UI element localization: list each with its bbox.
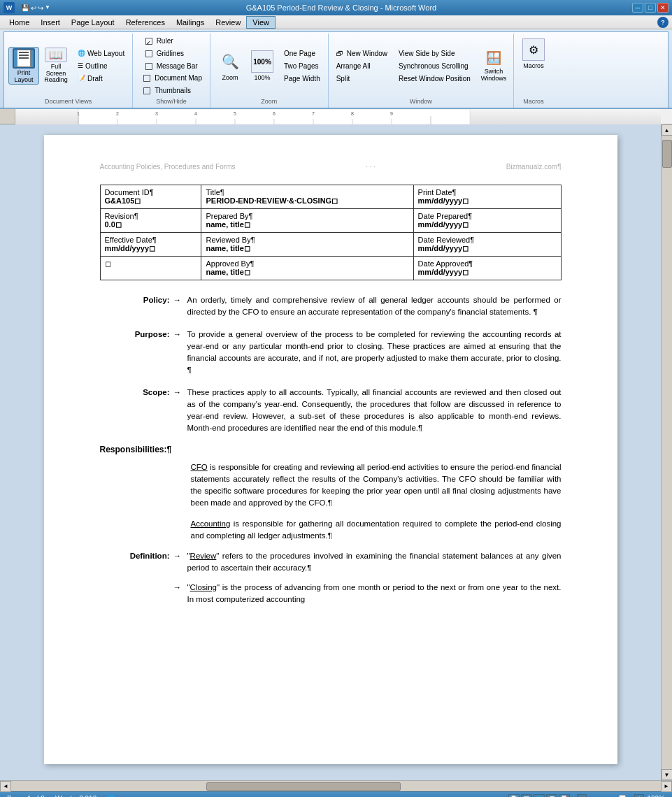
save-quick-btn[interactable]: 💾 xyxy=(21,4,29,12)
svg-text:8: 8 xyxy=(351,111,354,116)
date-prepared-value: mm/dd/yyyy◻ xyxy=(418,220,557,229)
svg-text:7: 7 xyxy=(312,111,315,116)
ribbon-group-window: 🗗New Window Arrange All Split View Side … xyxy=(329,34,514,108)
message-bar-checkbox[interactable] xyxy=(145,63,152,70)
doc-id-label: Document ID¶ xyxy=(105,188,197,196)
zoom-in-btn[interactable]: + xyxy=(634,794,644,798)
horizontal-scrollbar[interactable]: ◄ ► xyxy=(0,780,672,791)
office-help-icon[interactable]: ? xyxy=(657,17,669,28)
document-views-label: Document Views xyxy=(45,96,92,106)
zoom-out-btn[interactable]: − xyxy=(577,794,587,798)
thumbnails-checkbox[interactable] xyxy=(143,87,150,94)
print-layout-view-btn[interactable]: 📄 xyxy=(508,794,520,798)
print-layout-btn[interactable]: Print Layout xyxy=(8,47,39,85)
outline-view-btn[interactable]: ☰ xyxy=(546,794,557,798)
date-reviewed-value: mm/dd/yyyy◻ xyxy=(418,244,557,253)
sync-scrolling-btn[interactable]: Synchronous Scrolling xyxy=(395,60,474,72)
svg-text:9: 9 xyxy=(390,111,393,116)
menu-view[interactable]: View xyxy=(246,16,276,29)
two-pages-btn[interactable]: Two Pages xyxy=(280,60,324,72)
new-window-icon: 🗗 xyxy=(336,50,343,57)
svg-text:6: 6 xyxy=(273,111,276,116)
full-reading-view-btn[interactable]: 📖 xyxy=(521,794,532,798)
definition-label: Definition: xyxy=(100,550,170,575)
switch-windows-btn[interactable]: 🪟 SwitchWindows xyxy=(478,47,509,85)
svg-text:5: 5 xyxy=(234,111,236,116)
close-button[interactable]: ✕ xyxy=(657,3,669,13)
scroll-down-arrow[interactable]: ▼ xyxy=(662,769,673,780)
draft-btn[interactable]: 📝 Draft xyxy=(74,73,128,85)
thumbnails-btn[interactable]: Thumbnails xyxy=(140,85,206,96)
gridlines-btn[interactable]: Gridlines xyxy=(142,48,201,59)
full-screen-reading-btn[interactable]: 📖 Full ScreenReading xyxy=(41,47,71,85)
gridlines-checkbox[interactable] xyxy=(145,50,152,57)
quick-access-dropdown[interactable]: ▼ xyxy=(45,4,50,12)
web-view-btn[interactable]: 🌐 xyxy=(534,794,545,798)
cfo-paragraph: CFO is responsible for creating and revi… xyxy=(191,461,562,510)
definition-arrow-2: → xyxy=(173,582,182,606)
scroll-right-arrow[interactable]: ► xyxy=(661,781,672,792)
effective-date-label: Effective Date¶ xyxy=(105,236,197,244)
h-scroll-thumb[interactable] xyxy=(206,782,401,791)
zoom-slider-thumb[interactable] xyxy=(619,795,626,798)
accounting-paragraph: Accounting is responsible for gathering … xyxy=(191,518,562,543)
scroll-track[interactable] xyxy=(662,136,672,768)
reset-window-btn[interactable]: Reset Window Position xyxy=(395,73,474,85)
zoom-icon: 🔍 xyxy=(219,50,241,73)
view-side-by-side-btn[interactable]: View Side by Side xyxy=(395,48,474,59)
doc-map-checkbox[interactable] xyxy=(143,75,150,82)
document-info-table: Document ID¶ G&A105◻ Title¶ PERIOD-END·R… xyxy=(100,185,562,280)
status-bar: Page: 1 of 8 Words: 2,912 🌐 📄 📖 🌐 ☰ 📑 − … xyxy=(0,791,672,797)
scroll-up-arrow[interactable]: ▲ xyxy=(662,124,673,136)
document-scroll[interactable]: Accounting Policies, Procedures and Form… xyxy=(0,124,661,780)
one-page-btn[interactable]: One Page xyxy=(280,48,324,59)
svg-text:3: 3 xyxy=(155,111,158,116)
maximize-button[interactable]: □ xyxy=(645,3,656,13)
definition-section-1: Definition: → "Review" refers to the pro… xyxy=(100,550,562,575)
message-bar-btn[interactable]: Message Bar xyxy=(142,60,201,72)
date-approved-value: mm/dd/yyyy◻ xyxy=(418,268,557,277)
prepared-by-value: name, title◻ xyxy=(206,220,408,229)
menu-references[interactable]: References xyxy=(120,17,171,28)
ruler-checkbox[interactable] xyxy=(145,38,152,45)
menu-page-layout[interactable]: Page Layout xyxy=(66,17,120,28)
definition-content-1: "Review" refers to the procedures involv… xyxy=(187,550,562,575)
menu-review[interactable]: Review xyxy=(210,17,246,28)
scroll-left-arrow[interactable]: ◄ xyxy=(0,781,11,792)
scope-arrow: → xyxy=(173,387,182,435)
purpose-arrow: → xyxy=(173,329,182,377)
macros-btn[interactable]: ⚙ Macros xyxy=(518,35,549,73)
menu-mailings[interactable]: Mailings xyxy=(171,17,210,28)
undo-quick-btn[interactable]: ↩ xyxy=(31,4,36,12)
approved-by-value: name, title◻ xyxy=(206,268,408,277)
new-window-btn[interactable]: 🗗New Window xyxy=(333,48,391,59)
web-layout-btn[interactable]: 🌐 Web Layout xyxy=(74,48,128,59)
h-scroll-track[interactable] xyxy=(12,782,660,791)
zoom-100-btn[interactable]: 100% 100% xyxy=(247,47,278,85)
vertical-scrollbar[interactable]: ▲ ▼ xyxy=(661,124,672,780)
outline-btn[interactable]: ☰ Outline xyxy=(74,60,128,72)
cfo-term: CFO xyxy=(191,463,208,471)
zoom-btn[interactable]: 🔍 Zoom xyxy=(215,47,245,85)
minimize-button[interactable]: ─ xyxy=(632,3,643,13)
scroll-thumb[interactable] xyxy=(662,140,672,168)
menu-home[interactable]: Home xyxy=(3,17,35,28)
date-prepared-label: Date Prepared¶ xyxy=(418,212,557,220)
macros-label: Macros xyxy=(523,96,544,106)
split-btn[interactable]: Split xyxy=(333,73,391,85)
header-left: Accounting Policies, Procedures and Form… xyxy=(100,163,236,171)
switch-windows-icon: 🪟 xyxy=(482,50,505,66)
document-map-btn[interactable]: Document Map xyxy=(140,72,206,84)
definition-arrow-1: → xyxy=(173,550,182,575)
page-width-btn[interactable]: Page Width xyxy=(280,73,324,85)
redo-quick-btn[interactable]: ↪ xyxy=(38,4,43,12)
menu-insert[interactable]: Insert xyxy=(35,17,66,28)
ruler-btn[interactable]: Ruler xyxy=(142,35,201,47)
purpose-section: Purpose: → To provide a general overview… xyxy=(100,329,562,377)
doc-id-value: G&A105◻ xyxy=(105,196,197,206)
arrange-all-btn[interactable]: Arrange All xyxy=(333,60,391,72)
app-icon: W xyxy=(3,2,15,13)
draft-view-btn[interactable]: 📑 xyxy=(559,794,570,798)
reviewed-by-value: name, title◻ xyxy=(206,244,408,253)
scope-content: These practices apply to all accounts. T… xyxy=(187,387,562,435)
